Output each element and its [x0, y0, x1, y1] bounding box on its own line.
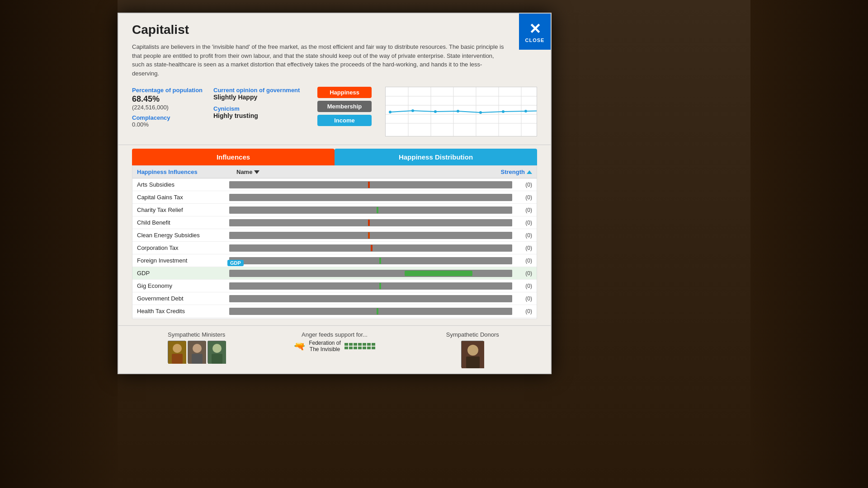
table-body[interactable]: Arts Subsidies(0)Capital Gains Tax(0)Cha… [132, 178, 537, 319]
row-name-charity-tax-relief: Charity Tax Relief [137, 206, 227, 213]
row-bar [229, 257, 512, 264]
cynicism-label: Cynicism [213, 105, 304, 112]
row-name-child-benefit: Child Benefit [137, 219, 227, 226]
table-row[interactable]: Gig Economy(0) [132, 280, 537, 292]
row-value: (0) [514, 283, 532, 289]
row-value: (0) [514, 308, 532, 314]
row-bar [229, 308, 512, 315]
row-value: (0) [514, 194, 532, 201]
opinion-value: Slightly Happy [213, 94, 304, 101]
anger-bar-cell [367, 343, 371, 346]
svg-point-24 [193, 344, 202, 353]
separator [118, 145, 551, 145]
table-row[interactable]: Clean Energy Subsidies(0) [132, 229, 537, 242]
anger-bar-cell [363, 347, 366, 349]
row-name-government-debt: Government Debt [137, 295, 227, 302]
complacency-value: 0.00% [132, 121, 204, 128]
col-sort-name: Name [236, 169, 327, 175]
table-row[interactable]: Capital Gains Tax(0) [132, 191, 537, 204]
table-row[interactable]: Charity Tax Relief(0) [132, 204, 537, 216]
row-value: (0) [514, 207, 532, 213]
anger-bar-cell [349, 343, 353, 346]
membership-toggle[interactable]: Membership [317, 101, 372, 112]
row-bar [229, 194, 512, 201]
minister-avatar-1 [168, 341, 186, 363]
row-name-foreign-investment: Foreign Investment [137, 257, 227, 264]
svg-point-12 [434, 110, 437, 113]
row-value: (0) [514, 258, 532, 264]
table-row[interactable]: Government Debt(0) [132, 292, 537, 305]
donors-title: Sympathetic Donors [446, 331, 499, 338]
svg-point-13 [457, 110, 459, 113]
anger-bars [344, 343, 375, 349]
minister-avatar-2 [188, 341, 206, 363]
modal-header: Capitalist Capitalists are believers in … [118, 14, 551, 82]
row-name-clean-energy-subsidies: Clean Energy Subsidies [137, 232, 227, 239]
stats-section: Percentage of population 68.45% (224,516… [118, 82, 551, 141]
population-count: (224,516,000) [132, 104, 204, 111]
close-button[interactable]: ✕ CLOSE [519, 14, 551, 50]
row-bar [229, 270, 512, 277]
anger-bar-cell [372, 347, 375, 349]
minister-avatar-3 [208, 341, 226, 363]
table-row[interactable]: Corporation Tax(0) [132, 242, 537, 254]
anger-bar-cell [354, 347, 357, 349]
anger-bar-cell [354, 343, 357, 346]
tab-influences[interactable]: Influences [132, 149, 335, 165]
svg-point-10 [389, 111, 392, 113]
toggle-buttons-group: Happiness Membership Income [317, 87, 372, 126]
anger-bar-row-2 [344, 347, 375, 349]
close-x-icon: ✕ [529, 20, 541, 38]
sort-down-icon[interactable] [254, 170, 259, 174]
anger-bar-cell [349, 347, 353, 349]
row-value: (0) [514, 220, 532, 226]
svg-point-14 [479, 111, 482, 114]
row-bar [229, 206, 512, 214]
donor-avatar [461, 341, 484, 368]
anger-bar-cell [372, 343, 375, 346]
sort-up-icon[interactable] [527, 170, 532, 174]
row-name-arts-subsidies: Arts Subsidies [137, 181, 227, 188]
table-row[interactable]: Child Benefit(0) [132, 216, 537, 229]
row-bar [229, 219, 512, 226]
anger-bar-cell [367, 347, 371, 349]
table-row[interactable]: Foreign Investment(0) [132, 254, 537, 267]
gdp-tooltip: GDP [227, 260, 244, 266]
chart-svg [386, 87, 537, 136]
table-row[interactable]: Health Tax Credits(0) [132, 305, 537, 318]
table-row[interactable]: Income Tax(0) [132, 318, 537, 319]
tab-bar: Influences Happiness Distribution [132, 149, 537, 165]
bottom-section: Sympathetic Ministers [118, 325, 551, 373]
svg-point-15 [502, 110, 505, 113]
tab-happiness-dist[interactable]: Happiness Distribution [335, 149, 537, 165]
svg-rect-28 [212, 354, 222, 364]
population-label: Percentage of population [132, 87, 204, 94]
sympathetic-donors-card: Sympathetic Donors [408, 331, 537, 368]
anger-content: 🔫 Federation of The Invisible [294, 340, 375, 352]
table-row[interactable]: GDPGDP(0) [132, 267, 537, 280]
svg-rect-22 [172, 354, 183, 364]
col-strength: Strength [327, 169, 532, 175]
anger-bar-cell [358, 347, 362, 349]
anger-gun-icon: 🔫 [294, 341, 305, 352]
anger-title: Anger feeds support for... [302, 331, 368, 338]
anger-bar-cell [344, 347, 348, 349]
anger-section: Anger feeds support for... 🔫 Federation … [270, 331, 399, 368]
minister-1-svg [168, 341, 186, 364]
table-row[interactable]: Arts Subsidies(0) [132, 178, 537, 191]
modal-description: Capitalists are believers in the 'invisi… [132, 42, 507, 78]
cynicism-value: Highly trusting [213, 112, 304, 119]
influences-table: Happiness Influences Name Strength Arts … [132, 165, 537, 319]
modal-dialog: ✕ CLOSE Capitalist Capitalists are belie… [118, 13, 552, 374]
income-toggle[interactable]: Income [317, 115, 372, 126]
row-name-health-tax-credits: Health Tax Credits [137, 308, 227, 314]
anger-bar-cell [363, 343, 366, 346]
anger-bar-cell [344, 343, 348, 346]
population-stat: Percentage of population 68.45% (224,516… [132, 87, 204, 128]
anger-org-name: Federation of The Invisible [309, 340, 341, 352]
happiness-toggle[interactable]: Happiness [317, 87, 372, 98]
anger-bar-row-1 [344, 343, 375, 346]
row-bar [229, 282, 512, 290]
svg-point-16 [524, 110, 527, 113]
row-bar [229, 244, 512, 252]
